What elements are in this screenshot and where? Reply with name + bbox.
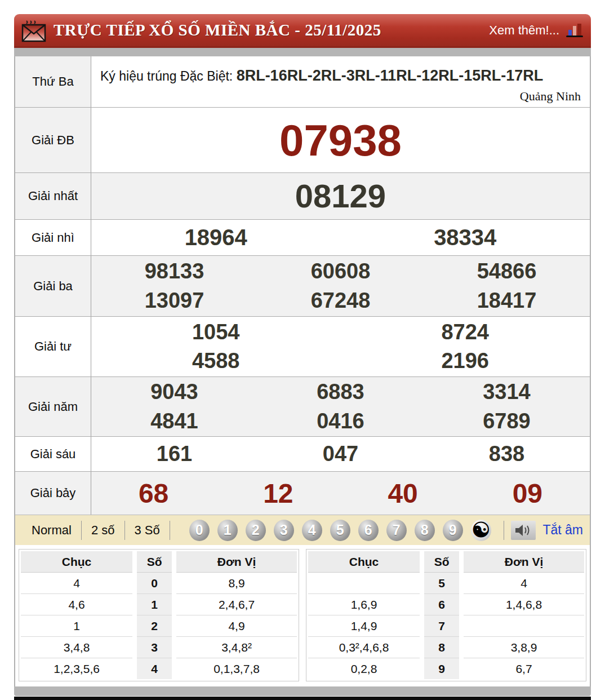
province-name: Quảng Ninh xyxy=(520,89,581,104)
prize-value: 047 xyxy=(257,442,424,466)
page-title: TRỰC TIẾP XỔ SỐ MIỀN BẮC - 25/11/2025 xyxy=(54,21,381,39)
weekday-label: Thứ Ba xyxy=(15,56,91,107)
stat-cell: 1 xyxy=(137,594,172,615)
info-row: Thứ Ba Ký hiệu trúng Đặc Biệt: 8RL-16RL-… xyxy=(15,56,590,107)
prize-value: 6789 xyxy=(424,407,590,436)
speaker-icon[interactable] xyxy=(511,521,536,540)
stat-cell: 4 xyxy=(137,658,172,679)
stat-cell: 3,8,9 xyxy=(464,637,584,658)
ball-4[interactable]: 4 xyxy=(302,520,322,541)
stats-table-right: Chục Số Đơn Vị 5 4 1,6,9 6 1,4,6,8 1,4,9… xyxy=(306,549,586,681)
stat-cell: 6 xyxy=(424,594,459,615)
prize-label-special: Giải ĐB xyxy=(15,108,91,172)
prize-value: 4588 xyxy=(91,347,341,375)
prize-value: 6883 xyxy=(257,378,424,406)
stat-cell: 1,4,6,8 xyxy=(464,594,584,615)
prize-value: 54866 xyxy=(424,257,590,286)
prize-label-second: Giải nhì xyxy=(15,220,91,255)
stat-cell xyxy=(464,615,584,637)
column-header: Chục xyxy=(21,551,132,573)
ball-0[interactable]: 0 xyxy=(189,520,210,541)
prize-value: 38334 xyxy=(341,225,590,250)
prize-label-fifth: Giải năm xyxy=(15,377,91,436)
stat-cell: 1,2,3,5,6 xyxy=(21,658,132,679)
stat-cell: 9 xyxy=(424,658,459,679)
prize-value: 838 xyxy=(424,442,590,466)
stat-cell: 2 xyxy=(137,615,172,637)
stat-cell: 4 xyxy=(464,573,584,594)
prize-row-fifth: Giải năm 9043 6883 3314 4841 0416 6789 xyxy=(15,376,590,436)
mode-normal-button[interactable]: Normal xyxy=(22,523,81,538)
prize-value-special: 07938 xyxy=(91,118,590,162)
column-header: Số xyxy=(137,551,172,573)
prize-value: 18417 xyxy=(424,286,590,315)
prize-value-first: 08129 xyxy=(91,180,590,212)
stat-cell: 4,9 xyxy=(176,615,297,637)
prize-row-seventh: Giải bảy 68 12 40 09 xyxy=(15,471,590,515)
stat-cell: 3 xyxy=(137,637,172,658)
prize-value: 1054 xyxy=(91,318,341,347)
divider xyxy=(504,521,504,540)
prize-value: 67248 xyxy=(257,286,424,315)
mute-button[interactable]: Tắt âm xyxy=(542,522,583,538)
prize-label-sixth: Giải sáu xyxy=(15,437,91,471)
prize-value: 3314 xyxy=(424,378,590,406)
prize-value: 68 xyxy=(91,478,216,509)
prize-row-special: Giải ĐB 07938 xyxy=(15,107,590,172)
stat-cell: 4,6 xyxy=(21,594,132,615)
ball-9[interactable]: 9 xyxy=(443,520,463,541)
stat-cell: 7 xyxy=(424,615,459,637)
column-header: Đơn Vị xyxy=(464,551,584,573)
stat-cell xyxy=(308,573,420,594)
stat-cell: 0,3²,4,6,8 xyxy=(308,637,420,658)
ball-1[interactable]: 1 xyxy=(217,520,238,541)
footer-gray-bar xyxy=(14,686,591,696)
prize-row-second: Giải nhì 18964 38334 xyxy=(15,219,590,255)
column-header: Đơn Vị xyxy=(176,551,297,573)
stats-table-left: Chục Số Đơn Vị 4 0 8,9 4,6 1 2,4,6,7 1 2… xyxy=(19,549,299,681)
digit-balls: 0 1 2 3 4 5 6 7 8 9 ☯ xyxy=(189,520,491,541)
see-more-link[interactable]: Xem thêm!... xyxy=(489,23,559,38)
footer-black-bar xyxy=(14,697,591,700)
stat-cell: 1,4,9 xyxy=(308,615,420,637)
results-table: Thứ Ba Ký hiệu trúng Đặc Biệt: 8RL-16RL-… xyxy=(14,56,591,686)
stat-cell: 0,2,8 xyxy=(308,658,420,679)
stat-cell: 5 xyxy=(424,573,459,594)
stat-cell: 3,4,8² xyxy=(176,637,297,658)
prize-value: 0416 xyxy=(257,407,424,436)
prize-value: 8724 xyxy=(341,318,590,347)
stat-cell: 3,4,8 xyxy=(21,637,132,658)
stats-section: Chục Số Đơn Vị 4 0 8,9 4,6 1 2,4,6,7 1 2… xyxy=(15,545,590,686)
stat-cell: 0,1,3,7,8 xyxy=(176,658,297,679)
prize-row-third: Giải ba 98133 60608 54866 13097 67248 18… xyxy=(15,255,590,316)
ball-8[interactable]: 8 xyxy=(415,520,435,541)
prize-value: 09 xyxy=(465,478,590,509)
prize-value: 12 xyxy=(216,478,340,509)
divider xyxy=(170,521,170,540)
special-sign-codes: 8RL-16RL-2RL-3RL-11RL-12RL-15RL-17RL xyxy=(237,67,544,84)
lottery-widget: TRỰC TIẾP XỔ SỐ MIỀN BẮC - 25/11/2025 Xe… xyxy=(14,14,591,700)
ball-6[interactable]: 6 xyxy=(358,520,379,541)
ball-5[interactable]: 5 xyxy=(330,520,350,541)
stat-cell: 1,6,9 xyxy=(308,594,420,615)
column-header: Số xyxy=(424,551,459,573)
prize-value: 98133 xyxy=(91,257,257,286)
mode-3so-button[interactable]: 3 Số xyxy=(125,523,170,538)
stat-cell: 2,4,6,7 xyxy=(176,594,297,615)
stat-cell: 4 xyxy=(21,573,132,594)
ball-2[interactable]: 2 xyxy=(246,520,266,541)
column-header: Chục xyxy=(308,551,420,573)
bar-chart-icon[interactable] xyxy=(565,22,584,39)
prize-value: 9043 xyxy=(91,378,257,406)
header-divider xyxy=(14,48,591,56)
stat-cell: 6,7 xyxy=(464,658,584,679)
mode-2so-button[interactable]: 2 số xyxy=(82,523,124,538)
stat-cell: 8 xyxy=(424,637,459,658)
prize-row-first: Giải nhất 08129 xyxy=(15,172,590,219)
prize-value: 40 xyxy=(341,478,465,509)
ball-7[interactable]: 7 xyxy=(386,520,407,541)
prize-value: 13097 xyxy=(91,286,257,315)
header: TRỰC TIẾP XỔ SỐ MIỀN BẮC - 25/11/2025 Xe… xyxy=(14,14,591,48)
ball-3[interactable]: 3 xyxy=(274,520,294,541)
yin-yang-ball[interactable]: ☯ xyxy=(471,520,491,541)
